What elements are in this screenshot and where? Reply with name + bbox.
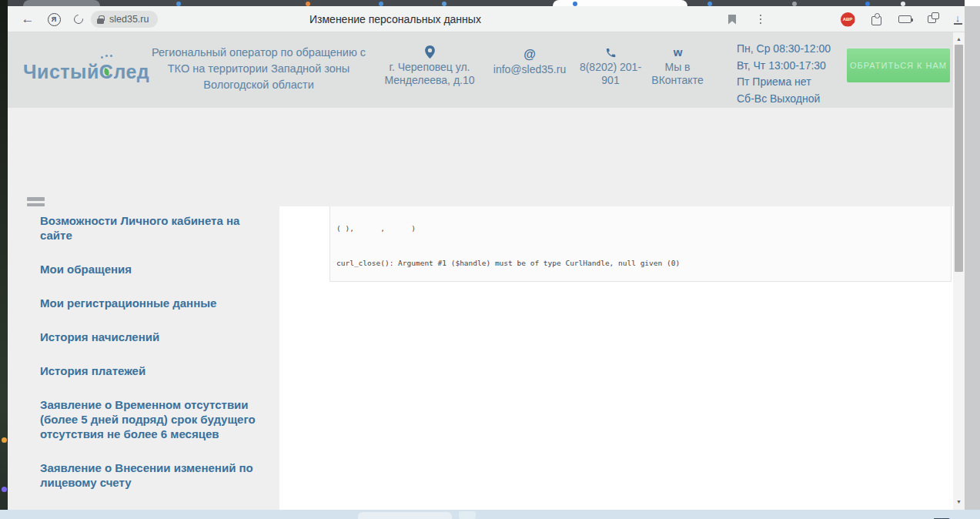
hours-line: Сб-Вс Выходной bbox=[737, 91, 852, 108]
https-lock-icon bbox=[97, 18, 104, 24]
logo-footprint-icon: С bbox=[99, 61, 114, 83]
email-text: info@sled35.ru bbox=[476, 63, 584, 76]
hours-line: Пт Приема нет bbox=[737, 74, 852, 91]
web-page: ЧистыйСлед Региональный оператор по обра… bbox=[8, 32, 953, 510]
browser-tab[interactable] bbox=[23, 0, 100, 6]
sidebar-item-account-changes[interactable]: Заявление о Внесении изменений по лицево… bbox=[40, 460, 263, 490]
yandex-browser-icon[interactable]: Я bbox=[45, 6, 63, 32]
taskbar-window-button[interactable] bbox=[459, 511, 476, 519]
page-scrollbar[interactable]: ▲ ▼ bbox=[953, 32, 965, 510]
logo-text-rest: лед bbox=[113, 61, 149, 82]
window-edge bbox=[965, 6, 980, 510]
phone-text: 8(8202) 201-901 bbox=[575, 61, 646, 87]
sidebar-item-my-requests[interactable]: Мои обращения bbox=[40, 262, 263, 276]
sidebar-item-cabinet-features[interactable]: Возможности Личного кабинета на сайте bbox=[40, 213, 263, 243]
site-header: ЧистыйСлед Региональный оператор по обра… bbox=[8, 32, 953, 108]
error-line-clipped: ( ), , ) bbox=[336, 223, 945, 234]
php-error-output: ( ), , ) curl_close(): Argument #1 ($han… bbox=[329, 206, 952, 282]
hours-line: Вт, Чт 13:00-17:30 bbox=[737, 58, 852, 75]
contact-address: г. Череповец ул. Менделеева, д.10 bbox=[379, 43, 480, 87]
extensions-puzzle-icon[interactable] bbox=[867, 6, 885, 32]
dock-app-icon bbox=[2, 437, 7, 443]
contact-phone[interactable]: 8(8202) 201-901 bbox=[575, 43, 646, 87]
nav-band: О предприятии Услуги Документы Для физич… bbox=[8, 108, 953, 206]
adblock-extension-icon[interactable]: ABP bbox=[838, 6, 858, 32]
battery-saver-icon[interactable] bbox=[895, 6, 915, 32]
vk-icon: w bbox=[649, 43, 706, 59]
hours-line: Пн, Ср 08:30-12:00 bbox=[737, 41, 852, 58]
back-button[interactable]: ← bbox=[18, 6, 37, 32]
logo-text-first: Чистый bbox=[23, 61, 99, 82]
browser-toolbar: ← Я sled35.ru Изменение персональных дан… bbox=[8, 6, 965, 32]
phone-icon bbox=[575, 43, 646, 59]
sidebar-item-accruals-history[interactable]: История начислений bbox=[40, 330, 263, 344]
company-description: Региональный оператор по обращению с ТКО… bbox=[150, 45, 367, 93]
screen: ← Я sled35.ru Изменение персональных дан… bbox=[0, 0, 980, 519]
contact-us-button[interactable]: ОБРАТИТЬСЯ К НАМ bbox=[847, 49, 950, 82]
tab-groups-icon[interactable] bbox=[922, 6, 941, 32]
page-title: Изменение персональных данных bbox=[309, 6, 481, 32]
taskbar-window-button[interactable] bbox=[358, 512, 452, 519]
email-at-icon: @ bbox=[476, 48, 584, 61]
browser-tab-bar bbox=[8, 0, 965, 6]
sidebar-item-temporary-absence[interactable]: Заявление о Временном отсутствии (более … bbox=[40, 397, 263, 441]
location-pin-icon bbox=[379, 43, 480, 59]
vk-text: Мы в ВКонтакте bbox=[649, 61, 706, 87]
working-hours: Пн, Ср 08:30-12:00 Вт, Чт 13:00-17:30 Пт… bbox=[737, 41, 852, 107]
scrollbar-thumb[interactable] bbox=[955, 45, 963, 272]
dock-app-icon bbox=[2, 487, 7, 492]
os-taskbar: ▬▬ bbox=[0, 510, 980, 519]
scroll-up-arrow[interactable]: ▲ bbox=[953, 33, 965, 45]
site-logo[interactable]: ЧистыйСлед bbox=[23, 61, 149, 83]
bookmark-icon[interactable] bbox=[724, 6, 741, 32]
address-bar[interactable]: sled35.ru bbox=[91, 11, 158, 28]
content-area: Возможности Личного кабинета на сайте Мо… bbox=[8, 206, 953, 510]
address-text: г. Череповец ул. Менделеева, д.10 bbox=[379, 61, 480, 87]
sidebar-item-payments-history[interactable]: История платежей bbox=[40, 363, 263, 378]
more-options-icon[interactable] bbox=[753, 6, 768, 32]
taskbar-clock: ▬▬ bbox=[934, 514, 962, 519]
sidebar-item-registration-data[interactable]: Мои регистрационные данные bbox=[40, 296, 263, 310]
scroll-down-arrow[interactable]: ▼ bbox=[953, 496, 965, 507]
desktop-edge bbox=[0, 0, 8, 510]
refresh-button[interactable] bbox=[69, 6, 88, 32]
personal-cabinet-sidebar: Возможности Личного кабинета на сайте Мо… bbox=[8, 206, 279, 510]
error-line: curl_close(): Argument #1 ($handle) must… bbox=[336, 257, 945, 269]
contact-email[interactable]: @ info@sled35.ru bbox=[476, 43, 584, 76]
contact-vk[interactable]: w Мы в ВКонтакте bbox=[649, 43, 706, 87]
url-text: sled35.ru bbox=[109, 14, 149, 25]
